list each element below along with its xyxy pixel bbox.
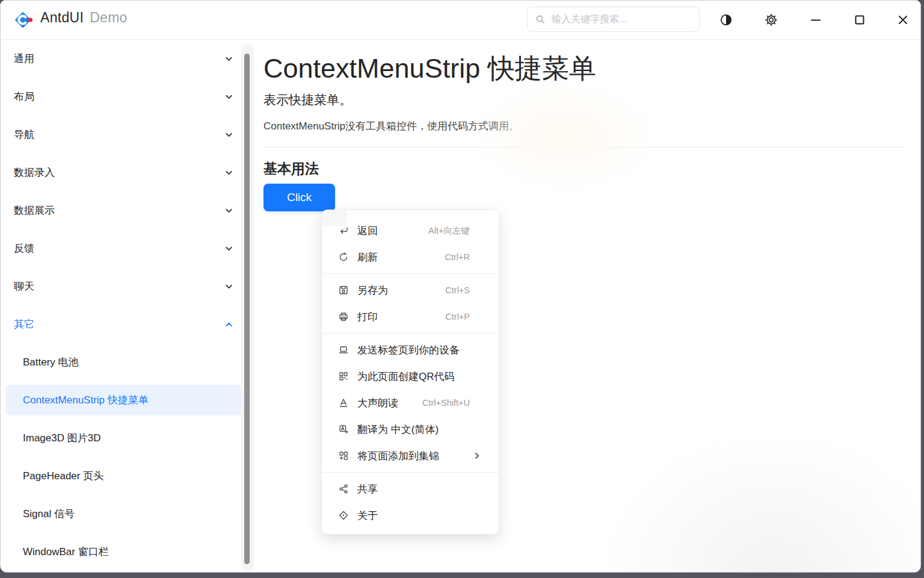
theme-toggle-button[interactable] xyxy=(714,8,738,32)
menu-item-send-to-device[interactable]: 发送标签页到你的设备 xyxy=(322,337,499,363)
sidebar-scrollbar-thumb[interactable] xyxy=(244,54,250,564)
context-menu-group: 返回 Alt+向左键 刷新 Ctrl+R xyxy=(322,217,499,270)
close-icon xyxy=(896,13,910,26)
sidebar-item-label: Battery 电池 xyxy=(23,355,79,369)
section-title: 基本用法 xyxy=(263,159,905,178)
maximize-icon xyxy=(853,13,866,26)
sidebar-group-label: 其它 xyxy=(14,317,34,331)
menu-item-shortcut: Ctrl+R xyxy=(445,252,482,262)
sidebar-item-label: Signal 信号 xyxy=(23,507,75,521)
menu-item-label: 另存为 xyxy=(357,284,388,297)
sidebar: 通用 布局 导航 数据录入 数据展示 反馈 聊天 其它 xyxy=(1,40,254,572)
sidebar-group-label: 聊天 xyxy=(14,279,34,293)
menu-item-print[interactable]: 打印 Ctrl+P xyxy=(322,303,499,330)
menu-item-shortcut: Ctrl+Shift+U xyxy=(422,398,482,408)
app-title: AntdUIDemo xyxy=(40,10,128,26)
sidebar-item-label: Image3D 图片3D xyxy=(23,431,100,445)
sidebar-group-chat[interactable]: 聊天 xyxy=(1,267,241,305)
menu-divider xyxy=(322,333,499,334)
sidebar-group-label: 通用 xyxy=(14,52,34,66)
search-icon xyxy=(535,14,546,25)
search-box[interactable] xyxy=(527,7,700,32)
translate-icon xyxy=(338,424,349,435)
context-menu-group: 另存为 Ctrl+S 打印 Ctrl+P xyxy=(322,277,499,330)
menu-item-label: 打印 xyxy=(357,310,378,324)
sidebar-group-label: 布局 xyxy=(14,90,34,104)
gear-icon xyxy=(764,13,778,27)
app-title-text: AntdUI xyxy=(40,10,84,25)
menu-item-label: 大声朗读 xyxy=(357,396,398,410)
app-subtitle-text: Demo xyxy=(90,10,128,25)
menu-item-save-as[interactable]: 另存为 Ctrl+S xyxy=(322,277,499,303)
menu-item-label: 返回 xyxy=(357,224,378,238)
menu-divider xyxy=(322,273,499,274)
maximize-button[interactable] xyxy=(848,8,872,32)
menu-item-create-qr[interactable]: 为此页面创建QR代码 xyxy=(322,363,499,390)
sidebar-group-layout[interactable]: 布局 xyxy=(1,78,241,116)
sidebar-group-other[interactable]: 其它 xyxy=(1,305,241,343)
sidebar-item-pageheader[interactable]: PageHeader 页头 xyxy=(1,457,241,495)
submenu-chevron-right-icon xyxy=(472,451,482,461)
background-watermark xyxy=(499,319,920,572)
contrast-icon xyxy=(719,13,733,27)
chevron-down-icon xyxy=(224,205,234,216)
print-icon xyxy=(338,311,349,322)
menu-item-back[interactable]: 返回 Alt+向左键 xyxy=(322,217,499,244)
click-demo-button[interactable]: Click xyxy=(263,184,335,211)
sidebar-item-contextmenustrip[interactable]: ContextMenuStrip 快捷菜单 xyxy=(1,381,241,419)
minimize-button[interactable] xyxy=(804,8,828,32)
menu-item-read-aloud[interactable]: 大声朗读 Ctrl+Shift+U xyxy=(322,390,499,416)
menu-item-translate[interactable]: 翻译为 中文(简体) xyxy=(322,416,499,443)
sidebar-item-signal[interactable]: Signal 信号 xyxy=(1,495,241,533)
refresh-icon xyxy=(338,252,349,263)
share-icon xyxy=(338,483,349,494)
context-menu: 返回 Alt+向左键 刷新 Ctrl+R 另存为 xyxy=(321,210,499,535)
read-aloud-icon xyxy=(338,397,349,408)
sidebar-group-label: 数据录入 xyxy=(14,166,55,179)
menu-item-shortcut: Ctrl+P xyxy=(445,312,482,322)
menu-item-label: 为此页面创建QR代码 xyxy=(357,370,455,384)
chevron-down-icon xyxy=(224,129,234,140)
close-button[interactable] xyxy=(891,8,915,32)
sidebar-scrollbar-track[interactable] xyxy=(241,44,254,571)
sidebar-item-image3d[interactable]: Image3D 图片3D xyxy=(1,419,241,457)
settings-button[interactable] xyxy=(759,8,783,32)
menu-item-shortcut: Ctrl+S xyxy=(445,285,482,295)
menu-item-label: 刷新 xyxy=(357,250,378,264)
menu-item-shortcut: Alt+向左键 xyxy=(428,225,482,237)
sidebar-item-label: WindowBar 窗口栏 xyxy=(23,545,109,559)
page-subtitle: 表示快捷菜单。 xyxy=(263,91,905,109)
sidebar-item-battery[interactable]: Battery 电池 xyxy=(1,343,241,381)
sidebar-item-windowbar[interactable]: WindowBar 窗口栏 xyxy=(1,533,241,571)
send-to-device-icon xyxy=(338,344,349,355)
menu-item-about[interactable]: 关于 xyxy=(322,502,499,529)
sidebar-group-data-display[interactable]: 数据展示 xyxy=(1,191,241,229)
search-input[interactable] xyxy=(550,13,692,25)
qr-code-icon xyxy=(338,371,349,382)
about-icon xyxy=(338,510,349,521)
menu-item-add-to-collections[interactable]: 将页面添加到集锦 xyxy=(322,443,499,469)
menu-item-label: 发送标签页到你的设备 xyxy=(357,343,460,357)
save-as-icon xyxy=(338,285,349,296)
back-icon xyxy=(338,225,349,236)
title-bar: AntdUIDemo xyxy=(1,1,920,40)
chevron-down-icon xyxy=(224,243,234,253)
chevron-down-icon xyxy=(224,281,234,291)
menu-item-label: 将页面添加到集锦 xyxy=(357,449,439,463)
page-description: ContextMenuStrip没有工具箱控件，使用代码方式调用。 xyxy=(263,119,905,134)
menu-item-label: 翻译为 中文(简体) xyxy=(357,423,439,437)
sidebar-item-label: ContextMenuStrip 快捷菜单 xyxy=(23,393,149,407)
menu-item-share[interactable]: 共享 xyxy=(322,476,499,502)
menu-item-refresh[interactable]: 刷新 Ctrl+R xyxy=(322,244,499,270)
context-menu-group: 发送标签页到你的设备 为此页面创建QR代码 大声朗读 Ctrl+Shift+U xyxy=(322,337,499,469)
sidebar-group-general[interactable]: 通用 xyxy=(1,40,241,78)
menu-item-label: 共享 xyxy=(357,482,378,496)
add-to-collections-icon xyxy=(338,450,349,461)
sidebar-item-label: PageHeader 页头 xyxy=(23,469,103,483)
chevron-down-icon xyxy=(224,92,234,102)
sidebar-group-navigation[interactable]: 导航 xyxy=(1,116,241,154)
context-menu-group: 共享 关于 xyxy=(322,476,499,529)
sidebar-group-data-entry[interactable]: 数据录入 xyxy=(1,154,241,191)
sidebar-group-feedback[interactable]: 反馈 xyxy=(1,229,241,267)
menu-divider xyxy=(322,472,499,473)
